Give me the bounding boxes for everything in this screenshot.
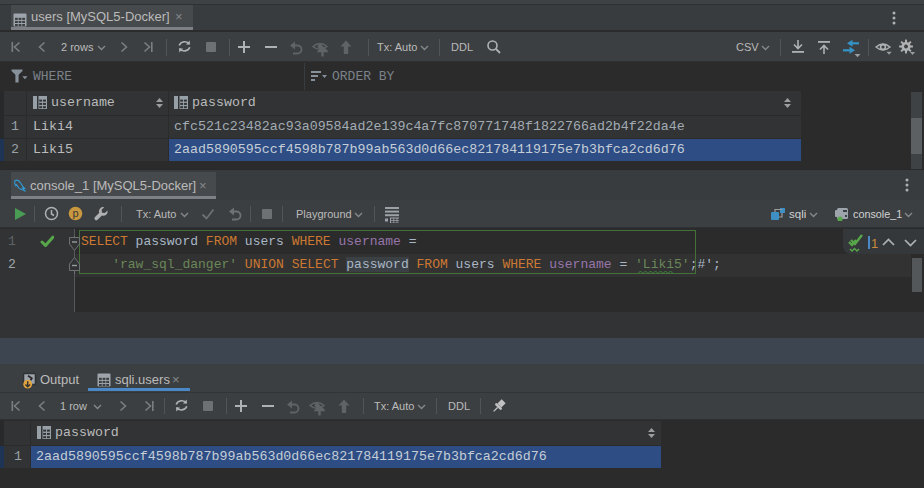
svg-text:1: 1	[871, 236, 878, 251]
svg-text:p: p	[73, 207, 79, 219]
